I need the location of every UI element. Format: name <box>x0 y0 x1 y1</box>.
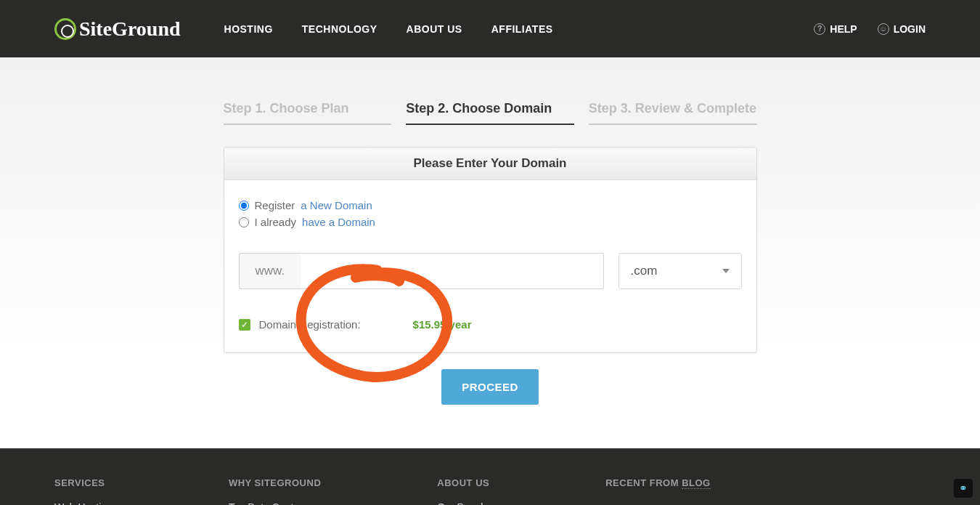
brand-name: SiteGround <box>79 17 181 41</box>
step-1[interactable]: Step 1. Choose Plan <box>224 101 392 125</box>
footer-col-about: ABOUT US Our People <box>437 477 489 505</box>
main-content: Step 1. Choose Plan Step 2. Choose Domai… <box>0 57 980 448</box>
login-link[interactable]: ☺ LOGIN <box>878 23 926 35</box>
login-label: LOGIN <box>894 23 926 35</box>
registration-price: $15.95/year <box>413 318 472 331</box>
nav-affiliates[interactable]: AFFILIATES <box>491 23 553 35</box>
brand-logo[interactable]: SiteGround <box>54 17 181 41</box>
radio-have-domain[interactable] <box>239 217 249 227</box>
footer-col3-title: ABOUT US <box>437 477 489 488</box>
footer-col2-title: WHY SITEGROUND <box>229 477 321 488</box>
registration-row: Domain Registration: $15.95/year <box>239 318 742 331</box>
help-link[interactable]: ? HELP <box>814 23 857 35</box>
nav-technology[interactable]: TECHNOLOGY <box>302 23 377 35</box>
footer-col4-lead: RECENT FROM <box>605 477 682 488</box>
footer-col4-title: RECENT FROM BLOG <box>605 477 711 488</box>
header-right: ? HELP ☺ LOGIN <box>814 23 926 35</box>
brand-logo-icon <box>54 18 76 40</box>
option2-lead: I already <box>255 216 297 228</box>
option1-rest: a New Domain <box>301 199 372 211</box>
footer: SERVICES Web Hosting WHY SITEGROUND Top … <box>0 448 980 505</box>
option-register-new[interactable]: Register a New Domain <box>239 199 742 211</box>
registration-checkbox[interactable] <box>239 319 250 331</box>
option2-rest: have a Domain <box>302 216 375 228</box>
chevron-down-icon <box>722 269 730 273</box>
domain-prefix: www. <box>239 253 301 289</box>
radio-register-new[interactable] <box>239 201 249 211</box>
help-icon: ? <box>814 23 825 35</box>
user-icon: ☺ <box>878 23 889 35</box>
footer-col-why: WHY SITEGROUND Top Data Centers <box>229 477 321 505</box>
footer-col1-title: SERVICES <box>54 477 113 488</box>
step-nav: Step 1. Choose Plan Step 2. Choose Domai… <box>224 101 757 125</box>
tld-select[interactable]: .com <box>618 253 742 289</box>
nav-hosting[interactable]: HOSTING <box>224 23 273 35</box>
option1-lead: Register <box>255 199 295 211</box>
step-3[interactable]: Step 3. Review & Complete <box>589 101 757 125</box>
footer-link-webhosting[interactable]: Web Hosting <box>54 501 113 505</box>
footer-link-datacenters[interactable]: Top Data Centers <box>229 501 321 505</box>
proceed-button[interactable]: PROCEED <box>441 369 539 405</box>
step-2[interactable]: Step 2. Choose Domain <box>406 101 574 125</box>
main-nav: HOSTING TECHNOLOGY ABOUT US AFFILIATES <box>224 23 553 35</box>
option-have-domain[interactable]: I already have a Domain <box>239 216 742 228</box>
help-label: HELP <box>830 23 857 35</box>
footer-col-blog: RECENT FROM BLOG <box>605 477 711 505</box>
card-title: Please Enter Your Domain <box>224 148 756 180</box>
domain-input-wrap: www. <box>239 253 604 289</box>
floating-widget-icon[interactable]: ⚭ <box>954 479 973 498</box>
tld-value: .com <box>631 264 658 278</box>
footer-blog-link[interactable]: BLOG <box>682 477 711 489</box>
header-bar: SiteGround HOSTING TECHNOLOGY ABOUT US A… <box>0 0 980 57</box>
footer-link-people[interactable]: Our People <box>437 501 489 505</box>
footer-col-services: SERVICES Web Hosting <box>54 477 113 505</box>
domain-input[interactable] <box>301 253 603 289</box>
domain-card: Please Enter Your Domain Register a New … <box>224 147 757 353</box>
domain-input-row: www. .com <box>239 253 742 289</box>
nav-about[interactable]: ABOUT US <box>407 23 462 35</box>
registration-label: Domain Registration: <box>259 318 361 331</box>
